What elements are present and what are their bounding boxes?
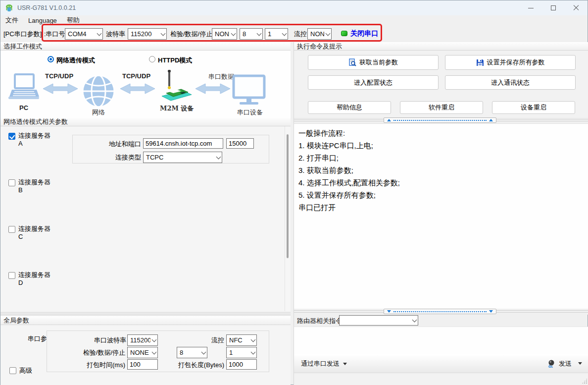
triangle-up-icon	[489, 119, 493, 121]
g-stopbits-value: 1	[227, 349, 249, 356]
g-baud-label: 串口波特率	[77, 336, 126, 345]
log-textarea[interactable]: 一般操作流程: 1. 模块连PC串口,上电; 2. 打开串口; 3. 获取当前参…	[294, 123, 588, 309]
port-label: :串口号	[44, 30, 65, 39]
g-databits-select[interactable]: 8	[177, 347, 207, 358]
get-params-button[interactable]: 获取当前参数	[308, 55, 439, 70]
menu-help[interactable]: 帮助	[62, 15, 85, 25]
radio-net-transparent[interactable]	[48, 56, 54, 62]
log-line: 4. 选择工作模式,配置相关参数;	[294, 176, 588, 189]
chevron-down-icon	[150, 339, 157, 341]
advanced-label[interactable]: 高级	[19, 367, 32, 375]
pack-time-input[interactable]	[127, 359, 158, 370]
pc-label: PC	[19, 104, 28, 111]
soft-restart-label: 软件重启	[429, 103, 454, 112]
baud-select[interactable]: 115200	[128, 28, 167, 40]
stopbits-select[interactable]: 1	[265, 28, 288, 40]
title-bar[interactable]: USR-G781 V1.0.0.21	[0, 0, 588, 15]
server-d-label: 连接服务器	[18, 271, 50, 279]
advanced-checkbox[interactable]	[9, 367, 16, 374]
router-command-label: 路由器相关指令	[297, 317, 342, 326]
pc-laptop-icon	[8, 73, 39, 102]
caret-down-icon	[578, 362, 582, 365]
server-a-port-input[interactable]	[226, 138, 254, 149]
log-splitter-bottom[interactable]	[294, 309, 588, 315]
close-button[interactable]	[565, 0, 588, 15]
server-c-checkbox[interactable]	[8, 226, 15, 233]
network-globe-icon	[81, 74, 116, 109]
link3-label: 串口数据	[208, 72, 234, 81]
radio-httpd[interactable]	[149, 56, 155, 62]
commands-header: 执行命令及提示	[294, 42, 588, 51]
server-a-address-input[interactable]	[143, 138, 223, 149]
log-line: 一般操作流程:	[294, 127, 588, 139]
menu-file[interactable]: 文件	[0, 15, 23, 25]
databits-select[interactable]: 8	[240, 28, 263, 40]
pack-len-label: 打包长度(Bytes)	[161, 361, 224, 370]
arrow-left-right-icon	[195, 82, 231, 95]
pack-len-input[interactable]	[226, 359, 257, 370]
g-stopbits-select[interactable]: 1	[226, 347, 257, 358]
server-a-checkbox[interactable]	[8, 133, 15, 140]
save-params-label: 设置并保存所有参数	[487, 58, 545, 67]
triangle-up-icon	[387, 119, 391, 121]
enter-comm-label: 进入通讯状态	[491, 78, 530, 87]
radio-net-transparent-label[interactable]: 网络透传模式	[56, 56, 95, 65]
g-flow-select[interactable]: NFC	[226, 334, 257, 346]
server-b-checkbox[interactable]	[8, 179, 15, 186]
g-parity-value: NONE	[128, 349, 150, 356]
g-parity-select[interactable]: NONE	[127, 347, 158, 358]
log-line: 2. 打开串口;	[294, 152, 588, 164]
status-bar	[294, 373, 588, 385]
enter-config-button[interactable]: 进入配置状态	[308, 75, 439, 90]
chevron-down-icon	[249, 352, 256, 354]
collapse-down-handle[interactable]	[384, 309, 496, 314]
network-label: 网络	[92, 108, 105, 117]
close-serial-button[interactable]: 关闭串口	[350, 29, 378, 38]
router-command-select[interactable]	[339, 315, 418, 326]
enter-comm-button[interactable]: 进入通讯状态	[445, 75, 576, 90]
send-button[interactable]: 发送	[547, 359, 582, 368]
triangle-down-icon	[489, 310, 493, 313]
global-params-panel: 串口参数 串口波特率 115200 流控 NFC 检验/数据/停止 NONE 8…	[0, 325, 291, 385]
serial-device-monitor-icon	[232, 74, 266, 106]
chevron-down-icon	[281, 33, 288, 35]
com-port-select[interactable]: COM4	[65, 28, 103, 40]
work-mode-panel: 网络透传模式 HTTPD模式 PC TCP/UDP 网络 TCP/UDP	[0, 51, 291, 117]
device-restart-button[interactable]: 设备重启	[492, 101, 575, 114]
server-a-type-select[interactable]: TCPC	[143, 152, 222, 163]
resize-grip[interactable]	[582, 378, 588, 384]
close-icon	[573, 5, 579, 11]
serial-params-group: 串口波特率 115200 流控 NFC 检验/数据/停止 NONE 8 1 打包…	[47, 330, 269, 372]
minimize-button[interactable]	[519, 0, 542, 15]
server-c-suffix: C	[18, 233, 23, 241]
server-c-label: 连接服务器	[18, 225, 50, 233]
help-button[interactable]: 帮助信息	[308, 101, 391, 114]
maximize-button[interactable]	[542, 0, 565, 15]
left-horizontal-splitter[interactable]	[0, 311, 291, 316]
server-d-checkbox[interactable]	[8, 272, 15, 279]
send-bar: 通过串口发送 发送	[294, 354, 588, 373]
splitter-dots	[393, 311, 487, 312]
g-baud-select[interactable]: 115200	[127, 334, 158, 346]
send-via-serial-button[interactable]: 通过串口发送	[301, 359, 347, 368]
chevron-down-icon	[255, 33, 262, 35]
radio-httpd-label[interactable]: HTTPD模式	[158, 56, 192, 65]
send-textarea[interactable]	[294, 327, 588, 354]
menu-language[interactable]: Language	[23, 16, 62, 25]
flow-select[interactable]: NONE	[307, 28, 332, 40]
soft-restart-button[interactable]: 软件重启	[400, 101, 483, 114]
scrollbar-thumb[interactable]	[287, 134, 289, 258]
g-baud-value: 115200	[128, 336, 150, 344]
g-flow-label: 流控	[196, 336, 224, 345]
arrow-left-right-icon	[119, 82, 156, 95]
parity-select[interactable]: NONI	[212, 28, 237, 40]
save-params-button[interactable]: 设置并保存所有参数	[445, 55, 576, 70]
parity-label: 检验/数据/停止	[170, 30, 212, 39]
send-sphere-icon	[547, 359, 556, 368]
save-floppy-icon	[476, 58, 484, 66]
servers-scrollbar[interactable]	[285, 126, 290, 311]
log-splitter-top[interactable]	[294, 117, 588, 123]
collapse-up-handle[interactable]	[384, 117, 496, 123]
serial-device-label: 串口设备	[237, 108, 263, 117]
server-a-label: 连接服务器	[18, 132, 50, 140]
